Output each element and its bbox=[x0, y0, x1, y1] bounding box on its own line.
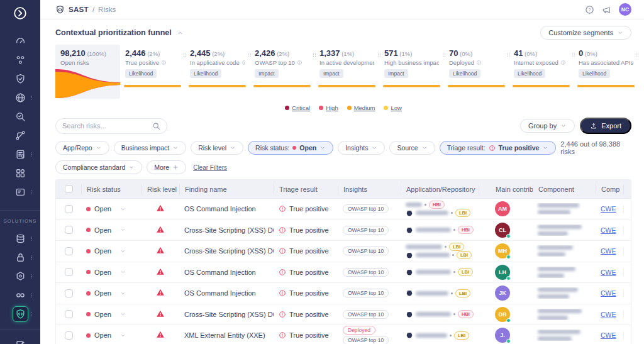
item-menu-icon[interactable] bbox=[29, 308, 35, 319]
column-header-triage-result[interactable]: Triage result bbox=[274, 184, 338, 194]
column-header-comp[interactable]: Comp bbox=[596, 184, 623, 194]
redacted-name[interactable] bbox=[406, 245, 442, 249]
help-icon[interactable]: ? bbox=[585, 5, 594, 14]
drag-handle[interactable] bbox=[247, 50, 252, 61]
sidebar-item-inventory[interactable] bbox=[0, 88, 40, 107]
funnel-segment-6[interactable]: 571 (1%)High business impactImpact bbox=[379, 45, 444, 99]
cwe-link[interactable]: CWE bbox=[601, 247, 616, 255]
table-row[interactable]: OpenOS Command InjectionTrue positiveOWA… bbox=[56, 199, 631, 220]
finding-name-cell[interactable]: OS Command Injection bbox=[179, 205, 274, 213]
row-checkbox[interactable] bbox=[65, 268, 73, 276]
table-row[interactable]: OpenXML External Entity (XXE)True positi… bbox=[56, 325, 631, 344]
legend-high[interactable]: High bbox=[319, 104, 338, 111]
column-header-risk-level[interactable]: Risk level bbox=[142, 184, 179, 194]
insight-chip[interactable]: OWASP top 10 bbox=[343, 336, 389, 344]
table-row[interactable]: OpenCross-Site Scripting (XSS) DO...True… bbox=[56, 220, 631, 241]
drag-handle[interactable] bbox=[312, 50, 317, 61]
kebab-icon[interactable] bbox=[629, 331, 631, 340]
redacted-name[interactable] bbox=[416, 270, 451, 274]
logo-icon[interactable] bbox=[13, 6, 27, 20]
insight-chip[interactable]: OWASP top 10 bbox=[343, 289, 389, 297]
sidebar-item-supply-chain[interactable] bbox=[0, 229, 40, 248]
group-by-button[interactable]: Group by bbox=[520, 119, 575, 133]
table-row[interactable]: OpenOS Command InjectionTrue positiveOWA… bbox=[56, 283, 631, 304]
finding-name-cell[interactable]: OS Command Injection bbox=[179, 289, 274, 297]
insight-chip[interactable]: OWASP top 10 bbox=[343, 226, 389, 235]
sidebar-item-api-security[interactable] bbox=[0, 267, 40, 286]
funnel-segment-2[interactable]: 2,446 (2%)True positiveLikelihood bbox=[120, 45, 185, 99]
collapse-funnel-icon[interactable] bbox=[177, 30, 184, 36]
sidebar-item-sast[interactable] bbox=[0, 304, 40, 323]
sidebar-item-risk-graph[interactable] bbox=[0, 126, 40, 145]
customize-segments-button[interactable]: Customize segments bbox=[540, 26, 631, 40]
sidebar-item-cicd-security[interactable] bbox=[0, 286, 40, 304]
funnel-segment-9[interactable]: 0 (0%)Has associated APIsLikelihood bbox=[574, 45, 638, 99]
funnel-segment-3[interactable]: 2,445 (2%)In applicative codeLikelihood bbox=[185, 45, 250, 99]
finding-name-cell[interactable]: XML External Entity (XXE) bbox=[179, 331, 274, 339]
chev-down-icon[interactable] bbox=[120, 227, 126, 233]
item-menu-icon[interactable] bbox=[29, 270, 35, 282]
drag-handle[interactable] bbox=[182, 50, 187, 61]
clear-filters-link[interactable]: Clear Filters bbox=[193, 164, 227, 171]
user-avatar[interactable]: NC bbox=[619, 3, 631, 16]
filter-chip-insights[interactable]: Insights bbox=[338, 141, 385, 155]
row-checkbox[interactable] bbox=[65, 226, 73, 234]
chev-down-icon[interactable] bbox=[120, 269, 126, 275]
risk-status-cell[interactable]: Open bbox=[81, 269, 142, 276]
kebab-icon[interactable] bbox=[629, 289, 631, 297]
header-select-all[interactable] bbox=[56, 184, 81, 194]
chev-up-icon[interactable] bbox=[177, 30, 184, 36]
drag-handle[interactable] bbox=[506, 50, 511, 61]
table-row[interactable]: OpenCross-Site Scripting (XSS) DO...True… bbox=[56, 241, 631, 262]
redacted-name[interactable] bbox=[406, 203, 422, 207]
redacted-name[interactable] bbox=[416, 253, 450, 257]
kebab-icon[interactable] bbox=[629, 226, 631, 234]
row-checkbox[interactable] bbox=[65, 289, 73, 297]
contributor-avatar[interactable]: CL bbox=[495, 223, 510, 238]
item-menu-icon[interactable] bbox=[29, 289, 35, 301]
sidebar-item-secrets[interactable] bbox=[0, 248, 40, 267]
cwe-link[interactable]: CWE bbox=[601, 269, 616, 276]
risk-status-cell[interactable]: Open bbox=[81, 289, 142, 297]
sidebar-item-components[interactable] bbox=[0, 164, 40, 182]
row-checkbox[interactable] bbox=[65, 310, 73, 318]
item-menu-icon[interactable] bbox=[29, 148, 35, 160]
insight-chip[interactable]: OWASP top 10 bbox=[343, 268, 389, 277]
column-header-finding-name[interactable]: Finding name bbox=[179, 184, 274, 194]
cwe-link[interactable]: CWE bbox=[601, 311, 616, 318]
legend-critical[interactable]: Critical bbox=[285, 104, 310, 111]
row-checkbox[interactable] bbox=[65, 247, 73, 255]
contributor-avatar[interactable]: JK bbox=[495, 286, 510, 301]
table-row[interactable]: OpenOS Command InjectionTrue positiveOWA… bbox=[56, 262, 631, 284]
column-header-main-contributor[interactable]: Main contributor bbox=[479, 184, 533, 194]
contributor-avatar[interactable]: DB bbox=[495, 307, 510, 322]
column-header-insights[interactable]: Insights bbox=[338, 184, 401, 194]
sidebar-item-reports[interactable] bbox=[0, 145, 40, 164]
risk-status-cell[interactable]: Open bbox=[81, 311, 142, 318]
funnel-segment-4[interactable]: 2,426 (2%)OWASP top 10Impact bbox=[250, 45, 314, 99]
cwe-link[interactable]: CWE bbox=[601, 205, 616, 213]
contributor-avatar[interactable]: LH bbox=[495, 265, 510, 280]
drag-handle[interactable] bbox=[441, 50, 447, 61]
finding-name-cell[interactable]: OS Command Injection bbox=[179, 269, 274, 276]
chev-down-icon[interactable] bbox=[120, 311, 126, 317]
risk-status-cell[interactable]: Open bbox=[81, 226, 142, 234]
funnel-segment-7[interactable]: 70 (0%)DeployedLikelihood bbox=[444, 45, 509, 99]
item-menu-icon[interactable] bbox=[29, 252, 35, 263]
breadcrumb-product[interactable]: SAST bbox=[69, 6, 89, 13]
sidebar-item-coverage[interactable] bbox=[0, 69, 40, 88]
funnel-segment-8[interactable]: 41 (0%)Internet exposedLikelihood bbox=[509, 45, 574, 99]
plus-icon[interactable] bbox=[630, 186, 632, 193]
filter-chip-triage-result-[interactable]: Triage result:True positive bbox=[440, 141, 557, 155]
export-button[interactable]: Export bbox=[580, 118, 631, 134]
chev-down-icon[interactable] bbox=[120, 291, 126, 296]
chev-down-icon[interactable] bbox=[120, 206, 126, 212]
contributor-avatar[interactable]: J. bbox=[495, 328, 510, 343]
redacted-name[interactable] bbox=[416, 228, 451, 232]
megaphone-icon[interactable] bbox=[602, 5, 611, 14]
table-row[interactable]: OpenCross-Site Scripting (XSS) DO...True… bbox=[56, 304, 631, 326]
contributor-avatar[interactable]: MH bbox=[495, 243, 510, 258]
column-header-application-repository[interactable]: Application/Repository bbox=[401, 184, 479, 194]
row-checkbox[interactable] bbox=[65, 205, 73, 213]
finding-name-cell[interactable]: Cross-Site Scripting (XSS) DO... bbox=[179, 311, 274, 318]
